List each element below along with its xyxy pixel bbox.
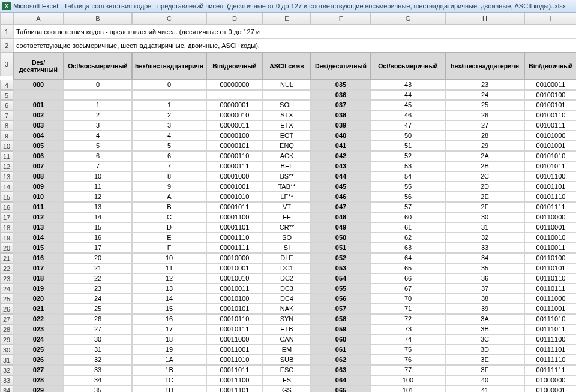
cell-14-I[interactable]: 00101101 xyxy=(524,182,576,192)
cell-34-E[interactable]: GS xyxy=(263,385,311,392)
cell-18-A[interactable]: 013 xyxy=(13,222,64,233)
cell-24-C[interactable]: 13 xyxy=(132,284,206,294)
cell-5-A[interactable] xyxy=(13,90,64,100)
cell-11-H[interactable]: 2A xyxy=(445,151,524,161)
cell-10-A[interactable]: 005 xyxy=(13,141,64,151)
cell-16-C[interactable]: B xyxy=(132,202,206,212)
cell-32-F[interactable]: 063 xyxy=(311,365,371,375)
row-header-23[interactable]: 23 xyxy=(0,273,13,284)
cell-19-H[interactable]: 32 xyxy=(445,233,524,243)
row-header-22[interactable]: 22 xyxy=(0,263,13,273)
cell-20-I[interactable]: 00110011 xyxy=(524,243,576,253)
cell-24-B[interactable]: 23 xyxy=(64,284,132,294)
cell-25-D[interactable]: 00010100 xyxy=(206,294,263,304)
cell-30-E[interactable]: EM xyxy=(263,345,311,355)
row-header-33[interactable]: 33 xyxy=(0,375,13,385)
cell-15-B[interactable]: 12 xyxy=(64,192,132,202)
cell-6-A[interactable]: 001 xyxy=(13,100,64,110)
cell-7-B[interactable]: 2 xyxy=(64,110,132,120)
cell-26-B[interactable]: 25 xyxy=(64,304,132,314)
row-header-29[interactable]: 29 xyxy=(0,334,13,345)
column-header-A[interactable]: A xyxy=(13,13,64,25)
cell-22-A[interactable]: 017 xyxy=(13,263,64,273)
cell-30-G[interactable]: 75 xyxy=(371,345,445,355)
cell-15-G[interactable]: 56 xyxy=(371,192,445,202)
cell-34-H[interactable]: 41 xyxy=(445,385,524,392)
cell-23-C[interactable]: 12 xyxy=(132,273,206,284)
cell-7-F[interactable]: 038 xyxy=(311,110,371,120)
cell-4-E[interactable]: NUL xyxy=(263,80,311,90)
cell-13-I[interactable]: 00101100 xyxy=(524,171,576,182)
cell-27-E[interactable]: SYN xyxy=(263,314,311,324)
cell-17-H[interactable]: 30 xyxy=(445,212,524,222)
cell-18-C[interactable]: D xyxy=(132,222,206,233)
cell-10-I[interactable]: 00101001 xyxy=(524,141,576,151)
cell-17-A[interactable]: 012 xyxy=(13,212,64,222)
cell-12-G[interactable]: 53 xyxy=(371,161,445,171)
cell-22-E[interactable]: DC1 xyxy=(263,263,311,273)
cell-29-B[interactable]: 30 xyxy=(64,334,132,345)
cell-14-A[interactable]: 009 xyxy=(13,182,64,192)
cell-18-E[interactable]: CR** xyxy=(263,222,311,233)
cell-4-C[interactable]: 0 xyxy=(132,80,206,90)
cell-11-I[interactable]: 00101010 xyxy=(524,151,576,161)
cell-14-B[interactable]: 11 xyxy=(64,182,132,192)
cell-23-A[interactable]: 018 xyxy=(13,273,64,284)
cell-18-B[interactable]: 15 xyxy=(64,222,132,233)
cell-15-A[interactable]: 010 xyxy=(13,192,64,202)
cell-29-H[interactable]: 3C xyxy=(445,334,524,345)
row-header-1[interactable]: 1 xyxy=(0,25,13,38)
cell-26-F[interactable]: 057 xyxy=(311,304,371,314)
cell-8-I[interactable]: 00100111 xyxy=(524,120,576,131)
cell-20-D[interactable]: 00001111 xyxy=(206,243,263,253)
cell-13-E[interactable]: BS** xyxy=(263,171,311,182)
cell-5-F[interactable]: 036 xyxy=(311,90,371,100)
cell-29-D[interactable]: 00011000 xyxy=(206,334,263,345)
cell-31-D[interactable]: 00011010 xyxy=(206,355,263,365)
row-header-5[interactable]: 5 xyxy=(0,90,13,100)
select-all-corner[interactable] xyxy=(0,13,13,25)
cell-21-A[interactable]: 016 xyxy=(13,253,64,263)
cell-8-H[interactable]: 27 xyxy=(445,120,524,131)
cell-7-G[interactable]: 46 xyxy=(371,110,445,120)
cell-13-A[interactable]: 008 xyxy=(13,171,64,182)
cell-12-C[interactable]: 7 xyxy=(132,161,206,171)
row-header-27[interactable]: 27 xyxy=(0,314,13,324)
cell-6-F[interactable]: 037 xyxy=(311,100,371,110)
cell-23-H[interactable]: 36 xyxy=(445,273,524,284)
cell-4-B[interactable]: 0 xyxy=(64,80,132,90)
cell-19-D[interactable]: 00001110 xyxy=(206,233,263,243)
cell-31-A[interactable]: 026 xyxy=(13,355,64,365)
cell-5-B[interactable] xyxy=(64,90,132,100)
cell-25-G[interactable]: 70 xyxy=(371,294,445,304)
cell-32-A[interactable]: 027 xyxy=(13,365,64,375)
cell-10-D[interactable]: 00000101 xyxy=(206,141,263,151)
cell-5-H[interactable]: 24 xyxy=(445,90,524,100)
cell-17-E[interactable]: FF xyxy=(263,212,311,222)
column-header-E[interactable]: E xyxy=(263,13,311,25)
cell-14-H[interactable]: 2D xyxy=(445,182,524,192)
cell-4-F[interactable]: 035 xyxy=(311,80,371,90)
cell-12-F[interactable]: 043 xyxy=(311,161,371,171)
cell-19-I[interactable]: 00110010 xyxy=(524,233,576,243)
cell-16-A[interactable]: 011 xyxy=(13,202,64,212)
cell-15-H[interactable]: 2E xyxy=(445,192,524,202)
cell-34-F[interactable]: 065 xyxy=(311,385,371,392)
cell-12-D[interactable]: 00000111 xyxy=(206,161,263,171)
cell-11-F[interactable]: 042 xyxy=(311,151,371,161)
cell-34-B[interactable]: 35 xyxy=(64,385,132,392)
row-header-8[interactable]: 8 xyxy=(0,120,13,131)
cell-4-H[interactable]: 23 xyxy=(445,80,524,90)
cell-33-A[interactable]: 028 xyxy=(13,375,64,385)
cell-9-C[interactable]: 4 xyxy=(132,131,206,141)
cell-18-G[interactable]: 61 xyxy=(371,222,445,233)
cell-18-H[interactable]: 31 xyxy=(445,222,524,233)
cell-26-D[interactable]: 00010101 xyxy=(206,304,263,314)
cell-32-C[interactable]: 1B xyxy=(132,365,206,375)
cell-21-G[interactable]: 64 xyxy=(371,253,445,263)
cell-13-D[interactable]: 00001000 xyxy=(206,171,263,182)
row-header-13[interactable]: 13 xyxy=(0,171,13,182)
cell-32-E[interactable]: ESC xyxy=(263,365,311,375)
cell-21-C[interactable]: 10 xyxy=(132,253,206,263)
cell-33-G[interactable]: 100 xyxy=(371,375,445,385)
